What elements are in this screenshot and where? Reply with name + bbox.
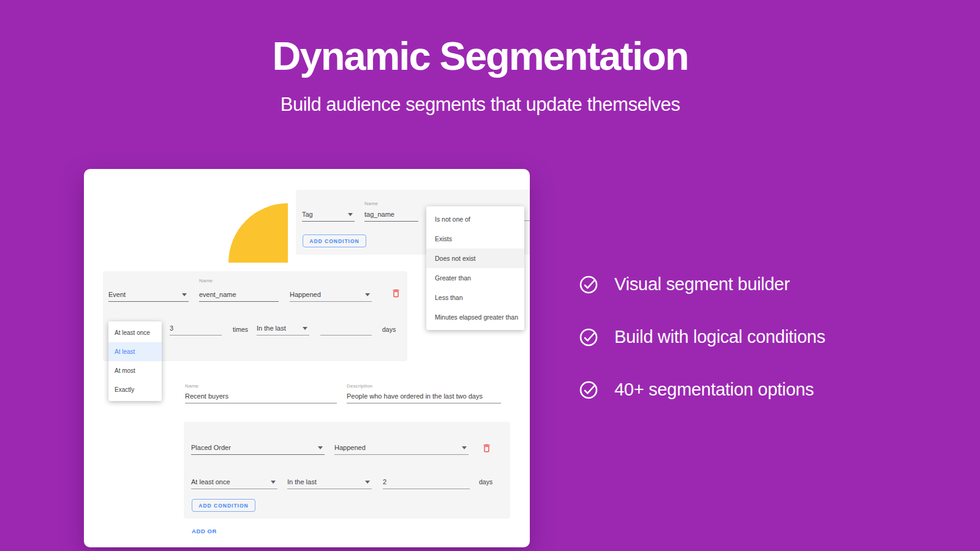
segment-name-value: Recent buyers [185,392,228,400]
order-days-field[interactable]: 2 [383,465,470,489]
feature-label: Build with logical conditions [614,327,825,347]
frequency-menu-item[interactable]: At least once [108,323,162,342]
order-type-select[interactable]: Placed Order [191,430,325,455]
operator-menu-item[interactable]: Is not one of [426,209,524,229]
frequency-menu-item[interactable]: At most [108,361,162,380]
segment-description-label: Description [347,383,372,389]
order-window-select[interactable]: In the last [287,465,372,489]
chevron-down-icon [365,481,370,484]
delete-condition-icon[interactable] [391,288,401,299]
order-condition-panel: Placed Order Happened At least once In t… [184,422,510,519]
days-label: days [479,478,492,485]
feature-list: Visual segment builder Build with logica… [579,274,825,432]
event-name-field[interactable]: Name event_name [199,277,279,302]
chevron-down-icon [462,446,467,449]
order-happened-value: Happened [334,444,366,452]
event-count-value: 3 [170,324,173,332]
chevron-down-icon [348,213,353,216]
event-days-field[interactable] [320,317,372,335]
times-label: times [233,326,248,333]
days-label: days [382,326,396,333]
order-window-value: In the last [287,478,317,486]
check-circle-icon [579,380,598,400]
page-title: Dynamic Segmentation [0,34,960,78]
segment-builder-card: Tag Name tag_name ADD CONDITION Is not o… [84,169,530,547]
event-name-field-value: event_name [199,291,236,299]
segment-name-label: Name [185,383,198,389]
event-count-field[interactable]: 3 [170,317,222,335]
event-happened-select[interactable]: Happened [290,277,372,302]
frequency-menu-item[interactable]: At least [108,342,162,361]
operator-menu-item[interactable]: Exists [426,229,524,249]
tag-name-field[interactable]: Name tag_name [364,200,418,222]
order-frequency-value: At least once [191,478,230,486]
chevron-down-icon [318,446,323,449]
event-name-field-label: Name [199,278,213,284]
segment-description-field[interactable]: Description People who have ordered in t… [347,382,501,403]
add-condition-button[interactable]: ADD CONDITION [192,499,255,512]
operator-menu-item[interactable]: Less than [426,288,524,307]
operator-menu-item[interactable]: Minutes elapsed greater than [426,307,524,327]
order-type-value: Placed Order [191,444,231,452]
page-subtitle: Build audience segments that update them… [0,93,960,116]
tag-type-select[interactable]: Tag [302,200,355,222]
chevron-down-icon [303,327,307,330]
operator-dropdown-menu: Is not one of Exists Does not exist Grea… [426,206,524,330]
feature-item: Build with logical conditions [579,327,825,347]
hero-section: Dynamic Segmentation Build audience segm… [0,0,960,116]
event-window-value: In the last [257,324,286,332]
operator-menu-item[interactable]: Greater than [426,268,524,288]
operator-menu-item[interactable]: Does not exist [426,249,524,268]
tag-name-field-value: tag_name [364,211,394,219]
check-circle-icon [579,275,598,294]
event-happened-value: Happened [290,291,321,299]
delete-condition-icon[interactable] [481,443,492,454]
chevron-down-icon [182,293,187,296]
chevron-down-icon [365,293,370,296]
feature-label: Visual segment builder [614,274,790,294]
decorative-quarter-circle [228,203,288,263]
order-frequency-select[interactable]: At least once [191,465,277,489]
frequency-menu-item[interactable]: Exactly [108,380,162,399]
add-condition-button[interactable]: ADD CONDITION [303,234,366,247]
order-days-value: 2 [383,478,386,486]
check-circle-icon [579,328,598,347]
feature-item: 40+ segmentation options [579,380,825,400]
feature-label: 40+ segmentation options [614,380,814,400]
event-type-value: Event [108,291,126,299]
chevron-down-icon [271,481,276,484]
segment-description-value: People who have ordered in the last two … [347,392,483,400]
feature-item: Visual segment builder [579,274,825,294]
tag-type-value: Tag [302,211,313,219]
segment-name-field[interactable]: Name Recent buyers [185,382,337,403]
event-window-select[interactable]: In the last [257,317,309,335]
frequency-dropdown-menu: At least once At least At most Exactly [108,321,162,401]
order-happened-select[interactable]: Happened [334,430,469,455]
tag-name-field-label: Name [364,201,378,207]
event-type-select[interactable]: Event [108,277,189,302]
add-or-button[interactable]: ADD OR [192,528,217,535]
